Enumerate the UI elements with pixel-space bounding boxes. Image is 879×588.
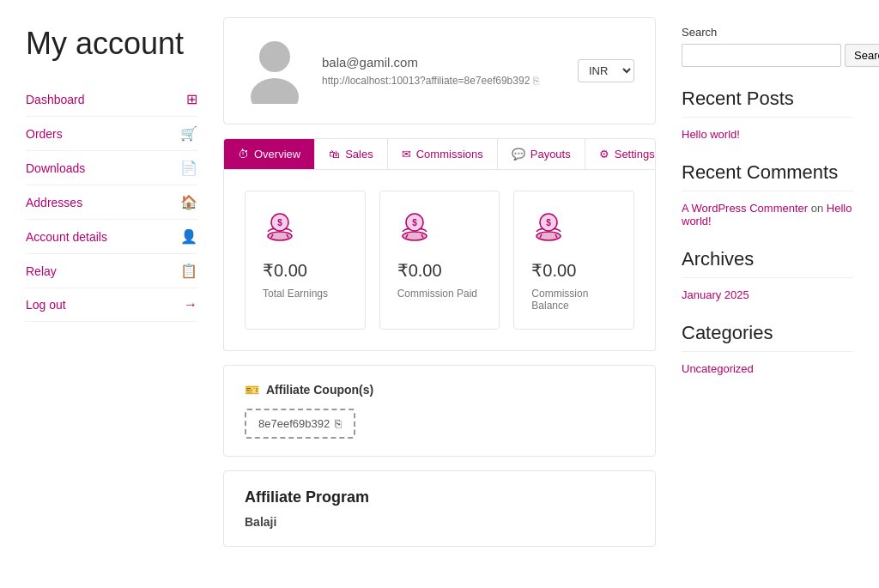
search-label: Search bbox=[682, 26, 853, 39]
page-title: My account bbox=[26, 26, 197, 62]
stat-commission-paid: $ ₹0.00 Commission Paid bbox=[379, 191, 500, 330]
svg-point-0 bbox=[259, 41, 290, 72]
commission-balance-icon: $ bbox=[531, 209, 566, 250]
stat-total-earnings: $ ₹0.00 Total Earnings bbox=[245, 191, 366, 330]
coupon-code-text: 8e7eef69b392 bbox=[258, 417, 330, 430]
total-earnings-icon: $ bbox=[263, 209, 297, 250]
stat-commission-balance: $ ₹0.00 Commission Balance bbox=[513, 191, 634, 330]
sidebar-item-logout[interactable]: Log out → bbox=[26, 288, 197, 322]
sidebar-label-downloads: Downloads bbox=[26, 161, 85, 175]
account-details-icon: 👤 bbox=[180, 228, 197, 245]
sidebar-item-relay[interactable]: Relay 📋 bbox=[26, 254, 197, 288]
sidebar-item-addresses[interactable]: Addresses 🏠 bbox=[26, 185, 197, 220]
sidebar-item-dashboard[interactable]: Dashboard ⊞ bbox=[26, 82, 197, 117]
svg-text:$: $ bbox=[277, 218, 282, 227]
search-button[interactable]: Search bbox=[845, 44, 879, 67]
tab-overview[interactable]: ⏱ Overview bbox=[224, 139, 315, 169]
tabs-bar: ⏱ Overview 🛍 Sales ✉ Commissions 💬 Payou… bbox=[223, 138, 656, 170]
copy-url-icon[interactable]: ⎘ bbox=[533, 75, 539, 87]
category-uncategorized[interactable]: Uncategorized bbox=[682, 362, 853, 375]
search-row: Search bbox=[682, 44, 853, 67]
tab-settings[interactable]: ⚙ Settings bbox=[585, 139, 656, 169]
tab-settings-icon: ⚙ bbox=[599, 148, 609, 161]
left-sidebar: My account Dashboard ⊞ Orders 🛒 Download… bbox=[26, 17, 197, 547]
coupon-header-icon: 🎫 bbox=[245, 383, 259, 397]
tab-commissions[interactable]: ✉ Commissions bbox=[388, 139, 498, 169]
sidebar-label-addresses: Addresses bbox=[26, 196, 82, 209]
sidebar-nav: Dashboard ⊞ Orders 🛒 Downloads 📄 Address… bbox=[26, 82, 197, 322]
commission-balance-label: Commission Balance bbox=[531, 288, 616, 312]
currency-select[interactable]: INR USD EUR bbox=[578, 59, 634, 82]
svg-point-1 bbox=[251, 78, 299, 104]
commenter-link[interactable]: A WordPress Commenter bbox=[682, 202, 808, 215]
coupon-header-label: Affiliate Coupon(s) bbox=[266, 383, 373, 397]
avatar bbox=[245, 35, 305, 106]
tab-overview-icon: ⏱ bbox=[238, 148, 249, 161]
archives-section: Archives January 2025 bbox=[682, 248, 853, 301]
stats-container: $ ₹0.00 Total Earnings $ bbox=[223, 170, 656, 351]
tab-commissions-icon: ✉ bbox=[402, 148, 411, 161]
archive-jan-2025[interactable]: January 2025 bbox=[682, 288, 853, 301]
currency-selector[interactable]: INR USD EUR bbox=[578, 59, 634, 82]
sidebar-item-downloads[interactable]: Downloads 📄 bbox=[26, 151, 197, 185]
svg-text:$: $ bbox=[412, 218, 417, 227]
recent-comments-section: Recent Comments A WordPress Commenter on… bbox=[682, 161, 853, 227]
orders-icon: 🛒 bbox=[180, 125, 197, 142]
recent-posts-title: Recent Posts bbox=[682, 88, 853, 118]
right-sidebar: Search Search Recent Posts Hello world! … bbox=[682, 17, 853, 547]
sidebar-label-relay: Relay bbox=[26, 264, 57, 278]
commission-paid-value: ₹0.00 bbox=[397, 260, 442, 281]
profile-info: bala@gamil.com http://localhost:10013?af… bbox=[322, 55, 561, 87]
sidebar-item-orders[interactable]: Orders 🛒 bbox=[26, 117, 197, 151]
affiliate-title: Affiliate Program bbox=[245, 488, 634, 506]
archives-title: Archives bbox=[682, 248, 853, 278]
logout-icon: → bbox=[184, 297, 197, 312]
profile-email: bala@gamil.com bbox=[322, 55, 561, 70]
comment-on-text: on bbox=[811, 202, 827, 215]
coupon-copy-icon[interactable]: ⎘ bbox=[335, 417, 342, 430]
sidebar-label-account-details: Account details bbox=[26, 230, 107, 244]
total-earnings-value: ₹0.00 bbox=[263, 260, 307, 281]
tab-sales-icon: 🛍 bbox=[329, 148, 340, 161]
recent-comments-title: Recent Comments bbox=[682, 161, 853, 191]
search-input[interactable] bbox=[682, 44, 841, 67]
commission-paid-icon: $ bbox=[397, 209, 432, 250]
tab-payouts[interactable]: 💬 Payouts bbox=[498, 139, 585, 169]
sidebar-label-logout: Log out bbox=[26, 298, 66, 312]
tab-sales[interactable]: 🛍 Sales bbox=[315, 139, 388, 169]
main-content: bala@gamil.com http://localhost:10013?af… bbox=[223, 17, 656, 547]
profile-url: http://localhost:10013?affiliate=8e7eef6… bbox=[322, 75, 561, 87]
recent-comment-text: A WordPress Commenter on Hello world! bbox=[682, 202, 853, 227]
sidebar-label-orders: Orders bbox=[26, 127, 63, 141]
profile-card: bala@gamil.com http://localhost:10013?af… bbox=[223, 17, 656, 124]
tab-payouts-icon: 💬 bbox=[512, 148, 525, 161]
affiliate-name: Balaji bbox=[245, 515, 634, 529]
dashboard-icon: ⊞ bbox=[186, 91, 197, 107]
coupon-code[interactable]: 8e7eef69b392 ⎘ bbox=[245, 409, 355, 439]
commission-balance-value: ₹0.00 bbox=[531, 260, 576, 281]
recent-post-hello-world[interactable]: Hello world! bbox=[682, 128, 853, 141]
svg-text:$: $ bbox=[547, 218, 552, 227]
addresses-icon: 🏠 bbox=[180, 194, 197, 210]
coupon-header: 🎫 Affiliate Coupon(s) bbox=[245, 383, 634, 397]
total-earnings-label: Total Earnings bbox=[263, 288, 328, 300]
recent-posts-section: Recent Posts Hello world! bbox=[682, 88, 853, 141]
commission-paid-label: Commission Paid bbox=[397, 288, 477, 300]
downloads-icon: 📄 bbox=[180, 160, 197, 176]
relay-icon: 📋 bbox=[180, 263, 197, 279]
categories-section: Categories Uncategorized bbox=[682, 322, 853, 375]
categories-title: Categories bbox=[682, 322, 853, 352]
sidebar-label-dashboard: Dashboard bbox=[26, 93, 85, 106]
affiliate-card: Affiliate Program Balaji bbox=[223, 470, 656, 547]
sidebar-item-account-details[interactable]: Account details 👤 bbox=[26, 220, 197, 254]
coupon-card: 🎫 Affiliate Coupon(s) 8e7eef69b392 ⎘ bbox=[223, 365, 656, 457]
